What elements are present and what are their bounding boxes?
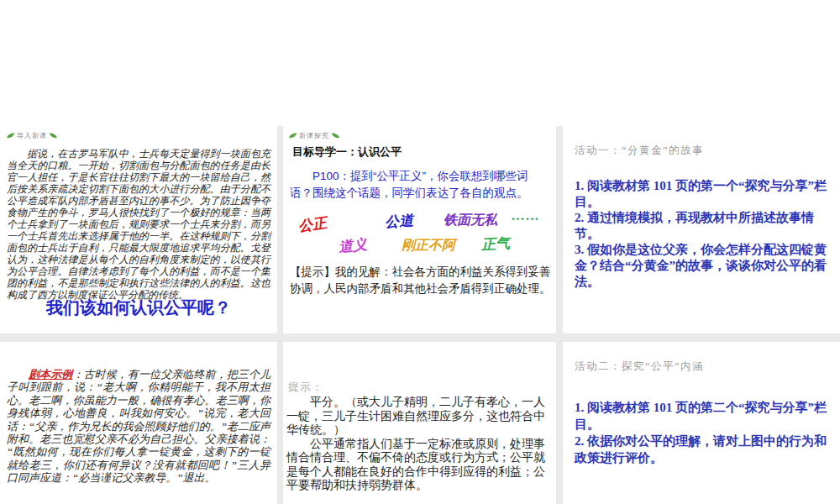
leaf-icon <box>288 132 297 139</box>
activity1-title: 活动一：“分黄金”的故事 <box>575 144 704 158</box>
word-zhengqi: 正气 <box>480 234 510 255</box>
explore-hint: 【提示】我的见解：社会各方面的利益关系得到妥善协调，人民内部矛盾和其他社会矛盾得… <box>290 264 552 297</box>
slide-activity2[interactable]: 活动二：探究“公平”内涵 1. 阅读教材第 101 页的第二个“探究与分享”栏目… <box>563 342 840 504</box>
tip-text: 平分。（或大儿子精明，二儿子有孝心，一人一锭，三儿子生计困难自然理应多分，这也符… <box>286 396 554 493</box>
column-gutter <box>277 126 283 504</box>
section-badge-label: 新课探究 <box>299 131 329 140</box>
activity2-title: 活动二：探究“公平”内涵 <box>575 360 704 374</box>
script-story-text: ：古时候，有一位父亲临终前，把三个儿子叫到跟前，说：“老大啊，你精明能干，我不用… <box>7 368 270 484</box>
script-label: 剧本示例 <box>29 368 72 381</box>
slide-explore[interactable]: 新课探究 目标导学一：认识公平 P100：提到“公平正义”，你会联想到哪些词语？… <box>283 126 556 333</box>
row-gutter <box>0 333 840 342</box>
activity1-list: 1. 阅读教材第 101 页的第一个“探究与分享”栏目。 2. 通过情境模拟，再… <box>575 178 837 290</box>
goal-title: 目标导学一：认识公平 <box>292 144 402 160</box>
list-item: 2. 依据你对公平的理解，请对上图中的行为和政策进行评价。 <box>575 433 837 466</box>
slide-activity1[interactable]: 活动一：“分黄金”的故事 1. 阅读教材第 101 页的第一个“探究与分享”栏目… <box>563 126 840 333</box>
leaf-icon <box>331 132 340 139</box>
tip-paragraph-1: 平分。（或大儿子精明，二儿子有孝心，一人一锭，三儿子生计困难自然理应多分，这也符… <box>286 396 554 438</box>
section-badge: 导入新课 <box>6 131 58 140</box>
word-gongzheng: 公正 <box>297 213 328 237</box>
word-daoyi: 道义 <box>338 234 368 256</box>
script-paragraph: 剧本示例：古时候，有一位父亲临终前，把三个儿子叫到跟前，说：“老大啊，你精明能干… <box>7 368 270 485</box>
leaf-icon <box>49 132 58 139</box>
leaf-icon <box>6 132 15 139</box>
tip-paragraph-2: 公平通常指人们基于一定标准或原则，处理事情合情合理、不偏不倚的态度或行为方式；公… <box>286 438 554 493</box>
intro-story-paragraph: 据说，在古罗马军队中，士兵每天定量得到一块面包充当全天的口粮。一开始，切割面包与… <box>7 148 270 301</box>
list-item: 1. 阅读教材第 101 页的第二个“探究与分享”栏目。 <box>575 399 837 433</box>
list-item: 2. 通过情境模拟，再现教材中所描述故事情节。 <box>575 210 837 242</box>
slide-intro[interactable]: 导入新课 据说，在古罗马军队中，士兵每天定量得到一块面包充当全天的口粮。一开始，… <box>0 126 277 333</box>
slides-preview-page: 导入新课 据说，在古罗马军队中，士兵每天定量得到一块面包充当全天的口粮。一开始，… <box>0 0 840 504</box>
list-item: 1. 阅读教材第 101 页的第一个“探究与分享”栏目。 <box>575 178 837 210</box>
word-gangzhengbue: 刚正不阿 <box>402 237 455 255</box>
section-badge: 新课探究 <box>288 131 340 140</box>
slide-script[interactable]: 剧本示例：古时候，有一位父亲临终前，把三个儿子叫到跟前，说：“老大啊，你精明能干… <box>0 342 277 504</box>
column-gutter <box>556 126 563 504</box>
tip-label: 提示： <box>288 380 323 395</box>
word-tiemianwusi: 铁面无私 <box>444 212 497 229</box>
explore-prompt: P100：提到“公平正义”，你会联想到哪些词语？围绕这个话题，同学们表达了各自的… <box>290 168 550 202</box>
word-gongdao: 公道 <box>384 211 414 232</box>
word-ellipsis: …… <box>512 208 540 223</box>
list-item: 3. 假如你是这位父亲，你会怎样分配这四锭黄金？结合“分黄金”的故事，谈谈你对公… <box>575 242 837 290</box>
activity2-list: 1. 阅读教材第 101 页的第二个“探究与分享”栏目。 2. 依据你对公平的理… <box>575 399 837 466</box>
intro-question: 我们该如何认识公平呢？ <box>0 297 277 319</box>
section-badge-label: 导入新课 <box>17 131 47 140</box>
slide-tip[interactable]: 提示： 平分。（或大儿子精明，二儿子有孝心，一人一锭，三儿子生计困难自然理应多分… <box>283 342 556 504</box>
